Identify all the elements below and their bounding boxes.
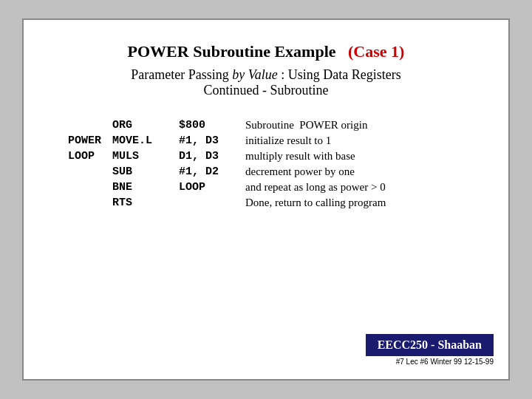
row2-label: POWER [68, 134, 112, 147]
row1-label [68, 119, 112, 132]
row3-operand: D1, D3 [179, 150, 238, 163]
slide-title: POWER Subroutine Example (Case 1) [53, 42, 479, 61]
code-table: ORG $800 Subroutine POWER origin POWER M… [68, 119, 479, 209]
row2-instr: MOVE.L [112, 134, 179, 147]
row4-instr: SUB [112, 166, 179, 178]
row6-label [68, 197, 112, 209]
row1-comment: Subroutine POWER origin [238, 119, 479, 132]
slide-subtitle: Parameter Passing by Value : Using Data … [53, 67, 479, 98]
footer-subtitle: #7 Lec #6 Winter 99 12-15-99 [396, 358, 494, 366]
footer: EECC250 - Shaaban #7 Lec #6 Winter 99 12… [366, 334, 494, 366]
title-text: POWER Subroutine Example [128, 42, 336, 61]
row4-comment: decrement power by one [238, 166, 479, 178]
row1-instr: ORG [112, 119, 179, 132]
row2-comment: initialize result to 1 [238, 134, 479, 147]
row5-instr: BNE [112, 181, 179, 194]
row5-comment: and repeat as long as power > 0 [238, 181, 479, 194]
row1-operand: $800 [179, 119, 238, 132]
footer-badge: EECC250 - Shaaban [366, 334, 494, 356]
row4-operand: #1, D2 [179, 166, 238, 178]
subtitle-after: : Using Data Registers [281, 67, 400, 82]
subtitle-line2: Continued - Subroutine [204, 83, 329, 98]
title-case: (Case 1) [348, 42, 404, 61]
row3-instr: MULS [112, 150, 179, 163]
row5-label [68, 181, 112, 194]
row3-comment: multiply result with base [238, 150, 479, 163]
row4-label [68, 166, 112, 178]
row6-comment: Done, return to calling program [238, 197, 479, 209]
subtitle-italic: by Value [232, 67, 277, 82]
row6-operand [179, 197, 238, 209]
row2-operand: #1, D3 [179, 134, 238, 147]
row3-label: LOOP [68, 150, 112, 163]
slide: POWER Subroutine Example (Case 1) Parame… [22, 18, 510, 381]
row5-operand: LOOP [179, 181, 238, 194]
row6-instr: RTS [112, 197, 179, 209]
subtitle-before: Parameter Passing [131, 67, 228, 82]
